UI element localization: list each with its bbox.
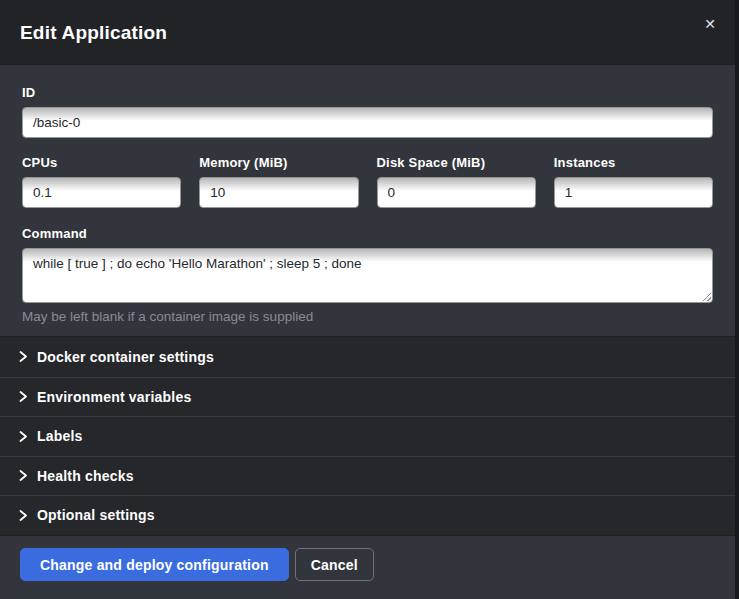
chevron-right-icon — [18, 510, 28, 521]
collapsible-sections: Docker container settings Environment va… — [0, 336, 735, 536]
command-field-group: Command while [ true ] ; do echo 'Hello … — [22, 226, 713, 324]
instances-label: Instances — [554, 155, 713, 170]
modal-body: ID CPUs Memory (MiB) Disk Space (MiB) In… — [0, 65, 735, 336]
section-label: Optional settings — [37, 507, 155, 523]
chevron-right-icon — [18, 391, 28, 402]
command-help-text: May be left blank if a container image i… — [22, 309, 713, 324]
section-environment-variables[interactable]: Environment variables — [0, 377, 735, 417]
memory-input[interactable] — [199, 177, 358, 208]
command-label: Command — [22, 226, 713, 241]
command-textarea[interactable]: while [ true ] ; do echo 'Hello Marathon… — [22, 248, 713, 303]
chevron-right-icon — [18, 431, 28, 442]
section-label: Docker container settings — [37, 349, 214, 365]
disk-label: Disk Space (MiB) — [377, 155, 536, 170]
section-health-checks[interactable]: Health checks — [0, 456, 735, 496]
section-labels[interactable]: Labels — [0, 416, 735, 456]
edit-application-modal: Edit Application ✕ ID CPUs Memory (MiB) … — [0, 0, 735, 597]
resources-row: CPUs Memory (MiB) Disk Space (MiB) Insta… — [22, 155, 713, 208]
id-label: ID — [22, 85, 713, 100]
cpus-input[interactable] — [22, 177, 181, 208]
chevron-right-icon — [18, 470, 28, 481]
close-icon[interactable]: ✕ — [701, 15, 719, 33]
id-field-group: ID — [22, 85, 713, 138]
modal-footer: Change and deploy configuration Cancel — [0, 536, 735, 599]
modal-title: Edit Application — [20, 22, 167, 44]
memory-field-group: Memory (MiB) — [199, 155, 358, 208]
section-docker-container-settings[interactable]: Docker container settings — [0, 337, 735, 377]
memory-label: Memory (MiB) — [199, 155, 358, 170]
chevron-right-icon — [18, 351, 28, 362]
disk-field-group: Disk Space (MiB) — [377, 155, 536, 208]
instances-input[interactable] — [554, 177, 713, 208]
disk-input[interactable] — [377, 177, 536, 208]
change-and-deploy-button[interactable]: Change and deploy configuration — [20, 548, 289, 581]
section-label: Health checks — [37, 468, 134, 484]
modal-header: Edit Application ✕ — [0, 0, 735, 65]
cpus-label: CPUs — [22, 155, 181, 170]
id-input[interactable] — [22, 107, 713, 138]
section-optional-settings[interactable]: Optional settings — [0, 495, 735, 535]
cancel-button[interactable]: Cancel — [295, 548, 374, 581]
section-label: Labels — [37, 428, 83, 444]
instances-field-group: Instances — [554, 155, 713, 208]
command-textarea-wrap: while [ true ] ; do echo 'Hello Marathon… — [22, 248, 713, 303]
cpus-field-group: CPUs — [22, 155, 181, 208]
section-label: Environment variables — [37, 389, 191, 405]
